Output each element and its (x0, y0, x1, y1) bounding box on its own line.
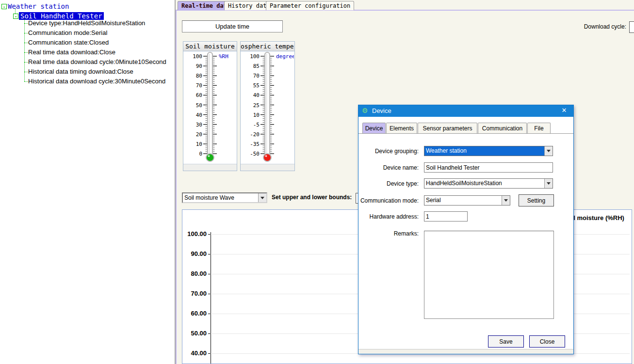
dialog-tab-file[interactable]: File (527, 123, 551, 134)
tree-connector (24, 62, 28, 63)
svg-text:-50: -50 (250, 151, 260, 157)
gauge-title-soil-moisture: Soil moisture (183, 42, 237, 51)
chart-tick (208, 294, 211, 294)
tree-connector (24, 52, 28, 53)
device-type-value: HandHeldSoilMoistureStation (424, 179, 544, 188)
device-grouping-label: Device grouping: (358, 148, 419, 155)
tree-node-weather-station[interactable]: Weather station (8, 2, 69, 11)
hardware-address-label: Hardware address: (358, 213, 419, 220)
tree-root-label: Weather station (8, 2, 69, 10)
svg-text:30: 30 (196, 122, 202, 128)
chevron-down-icon[interactable] (544, 179, 553, 188)
svg-text:50: 50 (196, 102, 202, 109)
dialog-footer (358, 349, 573, 354)
save-button[interactable]: Save (488, 335, 524, 348)
svg-text:-35: -35 (250, 141, 260, 147)
svg-text:70: 70 (253, 73, 260, 79)
tree-leaf-realtime-download[interactable]: Real time data download:Close (28, 47, 115, 57)
tree-leaf-historical-cycle[interactable]: Historical data download cycle:30Minute0… (28, 77, 165, 86)
tree-leaf-realtime-cycle[interactable]: Real time data download cycle:0Minute10S… (28, 57, 166, 67)
device-dialog: ⚙ Device ✕ Device Elements Sensor parame… (358, 105, 574, 354)
dialog-tab-communication[interactable]: Communication (478, 123, 527, 134)
close-icon[interactable]: ✕ (560, 107, 569, 114)
tree-connector (24, 81, 28, 82)
tree-leaf-communication-mode[interactable]: Communication mode:Serial (28, 28, 107, 38)
hardware-address-input[interactable] (424, 211, 468, 222)
chart-ytick-label: 90.00 (182, 250, 207, 257)
svg-text:20: 20 (196, 131, 202, 138)
tree-connector (24, 23, 28, 24)
collapse-icon-device[interactable]: - (13, 14, 18, 19)
chart-tick (208, 274, 211, 274)
svg-text:80: 80 (196, 73, 202, 79)
setting-button[interactable]: Setting (519, 194, 554, 206)
tree-leaf-historical-download[interactable]: Historical data timing download:Close (28, 67, 133, 77)
soil-moisture-gauge: Soil moisture 1009080706050403020100%RH (183, 41, 237, 171)
tree-leaf-device-type[interactable]: Device type:HandHeldSoilMoistureStation (28, 18, 145, 28)
gear-icon: ⚙ (362, 107, 368, 114)
chart-ytick-label: 70.00 (182, 290, 207, 297)
svg-text:100: 100 (250, 53, 260, 60)
chart-tick (208, 353, 211, 354)
wave-select-combo[interactable]: Soil moisture Wave (182, 192, 267, 203)
atmospheric-temperature-thermometer: 100857055402510-5-20-35-50degree (241, 51, 294, 164)
download-cycle-label: Download cycle: (584, 23, 626, 30)
communication-mode-label: Communication mode: (358, 197, 419, 204)
svg-text:0: 0 (199, 151, 202, 157)
device-type-combo[interactable]: HandHeldSoilMoistureStation (424, 178, 553, 189)
dialog-titlebar[interactable]: ⚙ Device ✕ (358, 105, 573, 117)
communication-mode-value: Serial (424, 196, 502, 205)
svg-text:55: 55 (253, 82, 260, 89)
svg-text:10: 10 (253, 112, 260, 118)
device-type-label: Device type: (358, 180, 419, 187)
device-tree-panel: - Weather station - Soil Handheld Tester… (0, 0, 176, 364)
dialog-tab-device[interactable]: Device (362, 123, 386, 134)
device-name-input[interactable] (424, 162, 553, 173)
svg-text:25: 25 (253, 102, 260, 109)
svg-text:10: 10 (196, 141, 202, 147)
chart-tick (208, 333, 211, 334)
soil-moisture-thermometer: 1009080706050403020100%RH (183, 51, 237, 164)
gauge-footer (183, 164, 237, 171)
tab-parameter-configuration[interactable]: Parameter configuration (266, 1, 354, 10)
dialog-title: Device (372, 107, 391, 114)
svg-text:40: 40 (253, 92, 260, 98)
chart-y-axis (211, 232, 211, 364)
tree-leaf-communication-state[interactable]: Communication state:Closed (28, 38, 109, 47)
communication-mode-combo[interactable]: Serial (424, 195, 510, 206)
svg-text:40: 40 (196, 112, 202, 118)
dialog-tab-divider (358, 133, 573, 134)
download-cycle-input[interactable] (629, 21, 634, 33)
chart-tick (208, 234, 211, 235)
svg-text:100: 100 (193, 53, 202, 60)
chart-tick (208, 254, 211, 254)
chevron-down-icon[interactable] (502, 196, 510, 205)
close-button[interactable]: Close (529, 335, 565, 348)
svg-text:degree: degree (276, 53, 294, 60)
svg-text:60: 60 (196, 92, 202, 98)
device-grouping-combo[interactable]: Weather station (424, 146, 553, 156)
collapse-icon-root[interactable]: - (1, 4, 7, 9)
chart-tick (208, 314, 211, 314)
chevron-down-icon[interactable] (258, 193, 266, 202)
chevron-down-icon[interactable] (544, 146, 553, 156)
svg-text:70: 70 (196, 82, 202, 89)
tree-connector (24, 33, 28, 33)
remarks-textarea[interactable] (424, 231, 554, 319)
device-grouping-value: Weather station (424, 146, 544, 156)
svg-text:85: 85 (253, 63, 260, 69)
svg-text:-20: -20 (250, 131, 260, 138)
chart-ytick-label: 50.00 (182, 330, 207, 337)
chart-ytick-label: 60.00 (182, 310, 207, 317)
chart-ytick-label: 100.00 (182, 230, 207, 237)
update-time-box: Update time (182, 20, 283, 32)
tree-connector (24, 72, 28, 72)
tree-connector (24, 43, 28, 43)
dialog-tab-sensor-parameters[interactable]: Sensor parameters (418, 123, 477, 134)
svg-text:-5: -5 (253, 122, 260, 128)
device-name-label: Device name: (358, 164, 419, 171)
wave-select-value: Soil moisture Wave (183, 193, 258, 202)
gauge-footer (241, 164, 294, 171)
dialog-tab-elements[interactable]: Elements (386, 123, 417, 134)
chart-ytick-label: 40.00 (182, 349, 207, 357)
